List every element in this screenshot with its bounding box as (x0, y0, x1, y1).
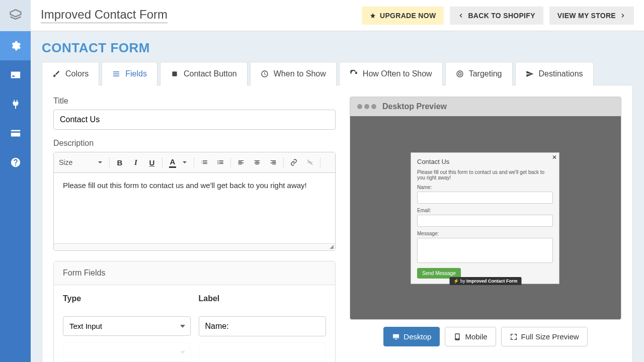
preview-title: Desktop Preview (382, 102, 447, 111)
upgrade-button[interactable]: UPGRADE NOW (362, 7, 444, 25)
chevron-left-icon (458, 13, 464, 19)
tabs: Colors Fields Contact Button When to Sho… (42, 62, 633, 85)
preview-email-label: Email: (417, 208, 553, 213)
sidebar (0, 0, 31, 362)
clock-icon (261, 70, 269, 78)
underline-button[interactable]: U (146, 156, 158, 168)
credit-card-icon (10, 128, 21, 139)
sidebar-nav (0, 31, 31, 362)
preview-desktop-button[interactable]: Desktop (383, 327, 440, 346)
preview-window: Desktop Preview ✕ Contact Us Please fill… (350, 97, 621, 320)
form-fields-card: Form Fields Type Label Text Input (53, 261, 336, 362)
title-label: Title (53, 97, 336, 106)
form-field-row (63, 342, 326, 362)
refresh-icon (350, 70, 358, 78)
list-icon (112, 70, 120, 78)
square-icon (171, 70, 179, 78)
preview-body[interactable]: ✕ Contact Us Please fill out this form t… (350, 116, 621, 319)
desktop-icon (392, 333, 400, 341)
type-column-header: Type (63, 294, 191, 303)
field-type-select[interactable] (63, 342, 191, 362)
italic-button[interactable]: I (130, 156, 142, 168)
plug-icon (10, 99, 21, 110)
svg-rect-0 (172, 71, 177, 76)
preview-form-desc: Please fill out this form to contact us … (417, 169, 553, 180)
view-store-label: VIEW MY STORE (557, 12, 616, 20)
preview-name-input[interactable] (417, 192, 553, 204)
editor-body[interactable]: Please fill out this form to contact us … (54, 173, 335, 243)
field-label-input[interactable] (199, 342, 327, 362)
form-field-row: Text Input (63, 316, 326, 336)
editor-toolbar: Size B I U A (54, 152, 335, 173)
align-center-button[interactable] (251, 156, 263, 168)
preview-mobile-button[interactable]: Mobile (445, 327, 496, 346)
target-icon (456, 70, 464, 78)
link-button[interactable] (288, 156, 300, 168)
text-color-button[interactable]: A (167, 156, 179, 168)
preview-email-input[interactable] (417, 215, 553, 227)
chevron-right-icon (620, 13, 626, 19)
rich-text-editor: Size B I U A (53, 152, 336, 251)
sidebar-item-integrations[interactable] (0, 89, 31, 119)
caret-down-icon (98, 161, 102, 163)
help-icon (10, 157, 21, 168)
editor-resize-handle[interactable] (54, 243, 335, 250)
preview-message-label: Message: (417, 231, 553, 236)
preview-form: ✕ Contact Us Please fill out this form t… (411, 152, 559, 284)
align-right-button[interactable] (267, 156, 279, 168)
id-card-icon (10, 69, 21, 80)
preview-message-textarea[interactable] (417, 238, 553, 263)
close-icon[interactable]: ✕ (552, 154, 557, 161)
tab-targeting[interactable]: Targeting (445, 62, 513, 85)
app-logo (0, 0, 31, 31)
full-size-preview-button[interactable]: Full Size Preview (501, 327, 588, 346)
preview-form-title: Contact Us (417, 158, 553, 165)
caret-down-icon (183, 161, 187, 163)
back-label: BACK TO SHOPIFY (468, 12, 535, 20)
sidebar-item-contacts[interactable] (0, 60, 31, 89)
form-fields-header: Form Fields (54, 261, 335, 285)
topbar: Improved Contact Form UPGRADE NOW BACK T… (31, 0, 644, 31)
upgrade-label: UPGRADE NOW (380, 12, 436, 20)
tab-when-to-show[interactable]: When to Show (250, 62, 337, 85)
view-store-button[interactable]: VIEW MY STORE (549, 7, 634, 25)
window-dots-icon (357, 104, 376, 109)
back-to-shopify-button[interactable]: BACK TO SHOPIFY (450, 7, 543, 25)
unordered-list-button[interactable] (214, 156, 226, 168)
unlink-button[interactable] (304, 156, 316, 168)
bold-button[interactable]: B (114, 156, 126, 168)
sidebar-item-billing[interactable] (0, 119, 31, 148)
app-title[interactable]: Improved Contact Form (41, 8, 168, 23)
powered-by-badge[interactable]: ⚡ by Improved Contact Form (449, 277, 521, 285)
star-icon (370, 13, 376, 19)
tab-fields[interactable]: Fields (102, 62, 157, 85)
sidebar-item-help[interactable] (0, 148, 31, 177)
brush-icon (52, 70, 60, 78)
tab-contact-button[interactable]: Contact Button (160, 62, 248, 85)
field-type-select[interactable]: Text Input (63, 316, 191, 336)
font-size-dropdown[interactable]: Size (59, 158, 94, 166)
tab-colors[interactable]: Colors (42, 62, 99, 85)
gears-icon (10, 40, 21, 51)
expand-icon (510, 333, 518, 341)
field-label-input[interactable] (199, 316, 327, 336)
align-left-button[interactable] (235, 156, 247, 168)
description-label: Description (53, 139, 336, 148)
mobile-icon (453, 333, 461, 341)
sidebar-item-settings[interactable] (0, 31, 31, 60)
title-input[interactable] (53, 110, 336, 130)
send-icon (526, 70, 534, 78)
tab-destinations[interactable]: Destinations (515, 62, 594, 85)
preview-name-label: Name: (417, 185, 553, 190)
tab-how-often[interactable]: How Often to Show (339, 62, 443, 85)
label-column-header: Label (199, 294, 327, 303)
ordered-list-button[interactable] (198, 156, 210, 168)
page-title: CONTACT FORM (42, 40, 633, 56)
